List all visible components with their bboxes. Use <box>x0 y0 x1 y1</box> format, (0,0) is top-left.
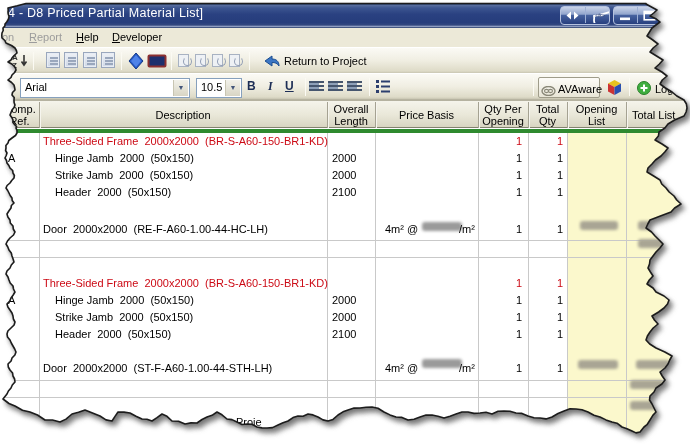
svg-text:Z: Z <box>12 61 17 70</box>
